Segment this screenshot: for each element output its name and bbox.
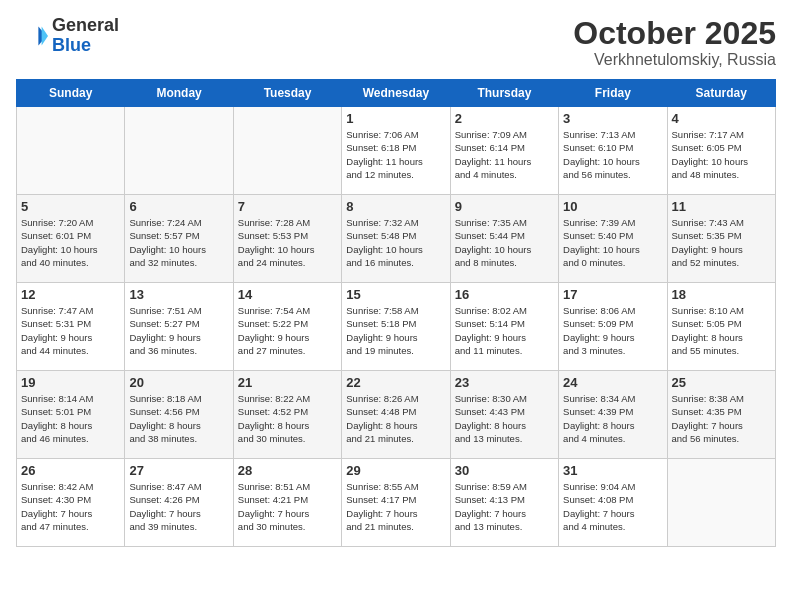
day-info: Sunrise: 7:51 AM Sunset: 5:27 PM Dayligh…	[129, 304, 228, 357]
weekday-row: SundayMondayTuesdayWednesdayThursdayFrid…	[17, 80, 776, 107]
calendar-cell	[667, 459, 775, 547]
calendar-week-row: 12Sunrise: 7:47 AM Sunset: 5:31 PM Dayli…	[17, 283, 776, 371]
day-info: Sunrise: 7:20 AM Sunset: 6:01 PM Dayligh…	[21, 216, 120, 269]
calendar-cell: 31Sunrise: 9:04 AM Sunset: 4:08 PM Dayli…	[559, 459, 667, 547]
day-info: Sunrise: 8:02 AM Sunset: 5:14 PM Dayligh…	[455, 304, 554, 357]
calendar-cell: 6Sunrise: 7:24 AM Sunset: 5:57 PM Daylig…	[125, 195, 233, 283]
day-number: 22	[346, 375, 445, 390]
calendar-cell: 4Sunrise: 7:17 AM Sunset: 6:05 PM Daylig…	[667, 107, 775, 195]
calendar-cell: 3Sunrise: 7:13 AM Sunset: 6:10 PM Daylig…	[559, 107, 667, 195]
day-info: Sunrise: 7:54 AM Sunset: 5:22 PM Dayligh…	[238, 304, 337, 357]
calendar-cell: 29Sunrise: 8:55 AM Sunset: 4:17 PM Dayli…	[342, 459, 450, 547]
calendar-cell: 11Sunrise: 7:43 AM Sunset: 5:35 PM Dayli…	[667, 195, 775, 283]
day-number: 6	[129, 199, 228, 214]
day-number: 21	[238, 375, 337, 390]
day-info: Sunrise: 8:59 AM Sunset: 4:13 PM Dayligh…	[455, 480, 554, 533]
calendar-cell: 7Sunrise: 7:28 AM Sunset: 5:53 PM Daylig…	[233, 195, 341, 283]
day-number: 19	[21, 375, 120, 390]
title-block: October 2025 Verkhnetulomskiy, Russia	[573, 16, 776, 69]
location: Verkhnetulomskiy, Russia	[573, 51, 776, 69]
logo-text: General Blue	[52, 16, 119, 56]
svg-marker-1	[42, 26, 48, 45]
calendar-cell: 20Sunrise: 8:18 AM Sunset: 4:56 PM Dayli…	[125, 371, 233, 459]
calendar-cell: 25Sunrise: 8:38 AM Sunset: 4:35 PM Dayli…	[667, 371, 775, 459]
calendar-week-row: 1Sunrise: 7:06 AM Sunset: 6:18 PM Daylig…	[17, 107, 776, 195]
day-number: 20	[129, 375, 228, 390]
calendar-cell: 13Sunrise: 7:51 AM Sunset: 5:27 PM Dayli…	[125, 283, 233, 371]
day-info: Sunrise: 7:32 AM Sunset: 5:48 PM Dayligh…	[346, 216, 445, 269]
day-number: 23	[455, 375, 554, 390]
calendar-week-row: 26Sunrise: 8:42 AM Sunset: 4:30 PM Dayli…	[17, 459, 776, 547]
weekday-header: Sunday	[17, 80, 125, 107]
day-number: 25	[672, 375, 771, 390]
day-number: 5	[21, 199, 120, 214]
day-info: Sunrise: 7:28 AM Sunset: 5:53 PM Dayligh…	[238, 216, 337, 269]
calendar-cell: 10Sunrise: 7:39 AM Sunset: 5:40 PM Dayli…	[559, 195, 667, 283]
calendar-cell	[17, 107, 125, 195]
calendar-header: SundayMondayTuesdayWednesdayThursdayFrid…	[17, 80, 776, 107]
day-number: 30	[455, 463, 554, 478]
calendar-cell: 28Sunrise: 8:51 AM Sunset: 4:21 PM Dayli…	[233, 459, 341, 547]
logo-icon	[16, 20, 48, 52]
day-number: 1	[346, 111, 445, 126]
calendar-cell: 15Sunrise: 7:58 AM Sunset: 5:18 PM Dayli…	[342, 283, 450, 371]
calendar-container: General Blue October 2025 Verkhnetulomsk…	[0, 0, 792, 555]
day-number: 7	[238, 199, 337, 214]
day-info: Sunrise: 8:18 AM Sunset: 4:56 PM Dayligh…	[129, 392, 228, 445]
weekday-header: Monday	[125, 80, 233, 107]
day-number: 2	[455, 111, 554, 126]
day-number: 31	[563, 463, 662, 478]
day-number: 3	[563, 111, 662, 126]
day-info: Sunrise: 7:47 AM Sunset: 5:31 PM Dayligh…	[21, 304, 120, 357]
day-info: Sunrise: 8:51 AM Sunset: 4:21 PM Dayligh…	[238, 480, 337, 533]
weekday-header: Saturday	[667, 80, 775, 107]
weekday-header: Friday	[559, 80, 667, 107]
day-number: 10	[563, 199, 662, 214]
day-info: Sunrise: 8:38 AM Sunset: 4:35 PM Dayligh…	[672, 392, 771, 445]
calendar-cell: 19Sunrise: 8:14 AM Sunset: 5:01 PM Dayli…	[17, 371, 125, 459]
day-number: 4	[672, 111, 771, 126]
day-number: 12	[21, 287, 120, 302]
calendar-cell: 18Sunrise: 8:10 AM Sunset: 5:05 PM Dayli…	[667, 283, 775, 371]
calendar-week-row: 19Sunrise: 8:14 AM Sunset: 5:01 PM Dayli…	[17, 371, 776, 459]
logo-general: General	[52, 15, 119, 35]
calendar-cell	[233, 107, 341, 195]
calendar-cell: 9Sunrise: 7:35 AM Sunset: 5:44 PM Daylig…	[450, 195, 558, 283]
calendar-cell: 23Sunrise: 8:30 AM Sunset: 4:43 PM Dayli…	[450, 371, 558, 459]
day-info: Sunrise: 8:30 AM Sunset: 4:43 PM Dayligh…	[455, 392, 554, 445]
month-title: October 2025	[573, 16, 776, 51]
header: General Blue October 2025 Verkhnetulomsk…	[16, 16, 776, 69]
calendar-cell: 30Sunrise: 8:59 AM Sunset: 4:13 PM Dayli…	[450, 459, 558, 547]
day-info: Sunrise: 7:13 AM Sunset: 6:10 PM Dayligh…	[563, 128, 662, 181]
day-number: 11	[672, 199, 771, 214]
day-info: Sunrise: 8:47 AM Sunset: 4:26 PM Dayligh…	[129, 480, 228, 533]
weekday-header: Thursday	[450, 80, 558, 107]
day-info: Sunrise: 7:06 AM Sunset: 6:18 PM Dayligh…	[346, 128, 445, 181]
day-number: 14	[238, 287, 337, 302]
day-info: Sunrise: 8:42 AM Sunset: 4:30 PM Dayligh…	[21, 480, 120, 533]
day-info: Sunrise: 8:26 AM Sunset: 4:48 PM Dayligh…	[346, 392, 445, 445]
calendar-cell: 22Sunrise: 8:26 AM Sunset: 4:48 PM Dayli…	[342, 371, 450, 459]
day-info: Sunrise: 7:43 AM Sunset: 5:35 PM Dayligh…	[672, 216, 771, 269]
day-info: Sunrise: 8:06 AM Sunset: 5:09 PM Dayligh…	[563, 304, 662, 357]
calendar-week-row: 5Sunrise: 7:20 AM Sunset: 6:01 PM Daylig…	[17, 195, 776, 283]
day-number: 15	[346, 287, 445, 302]
day-number: 16	[455, 287, 554, 302]
day-info: Sunrise: 8:55 AM Sunset: 4:17 PM Dayligh…	[346, 480, 445, 533]
calendar-cell: 5Sunrise: 7:20 AM Sunset: 6:01 PM Daylig…	[17, 195, 125, 283]
day-info: Sunrise: 7:35 AM Sunset: 5:44 PM Dayligh…	[455, 216, 554, 269]
day-info: Sunrise: 8:22 AM Sunset: 4:52 PM Dayligh…	[238, 392, 337, 445]
calendar-cell	[125, 107, 233, 195]
calendar-cell: 8Sunrise: 7:32 AM Sunset: 5:48 PM Daylig…	[342, 195, 450, 283]
day-number: 9	[455, 199, 554, 214]
day-info: Sunrise: 8:34 AM Sunset: 4:39 PM Dayligh…	[563, 392, 662, 445]
logo-blue: Blue	[52, 35, 91, 55]
day-number: 13	[129, 287, 228, 302]
calendar-cell: 2Sunrise: 7:09 AM Sunset: 6:14 PM Daylig…	[450, 107, 558, 195]
calendar-table: SundayMondayTuesdayWednesdayThursdayFrid…	[16, 79, 776, 547]
calendar-cell: 27Sunrise: 8:47 AM Sunset: 4:26 PM Dayli…	[125, 459, 233, 547]
day-info: Sunrise: 8:10 AM Sunset: 5:05 PM Dayligh…	[672, 304, 771, 357]
calendar-cell: 21Sunrise: 8:22 AM Sunset: 4:52 PM Dayli…	[233, 371, 341, 459]
day-info: Sunrise: 7:17 AM Sunset: 6:05 PM Dayligh…	[672, 128, 771, 181]
calendar-body: 1Sunrise: 7:06 AM Sunset: 6:18 PM Daylig…	[17, 107, 776, 547]
